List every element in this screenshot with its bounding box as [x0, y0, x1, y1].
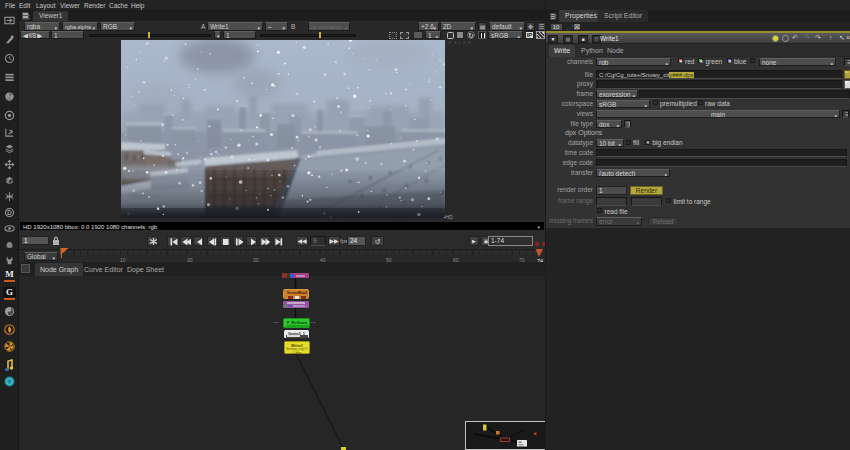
svg-text:D: D [7, 209, 12, 216]
